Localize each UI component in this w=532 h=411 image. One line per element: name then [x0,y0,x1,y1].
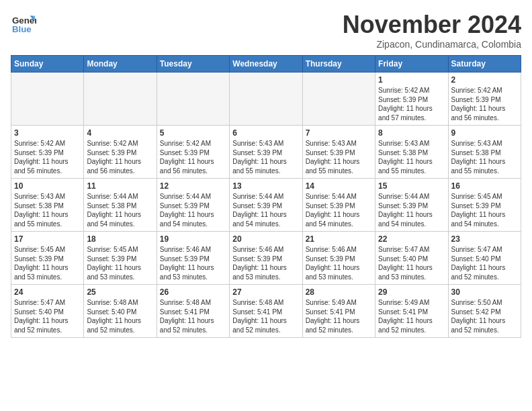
day-info: Sunrise: 5:50 AM Sunset: 5:42 PM Dayligh… [451,298,518,334]
day-info: Sunrise: 5:44 AM Sunset: 5:39 PM Dayligh… [160,192,226,228]
day-header-wednesday: Wednesday [230,56,302,73]
day-number: 2 [451,75,518,85]
day-number: 10 [14,181,81,191]
calendar-cell [302,73,375,126]
calendar-cell: 30Sunrise: 5:50 AM Sunset: 5:42 PM Dayli… [448,285,521,338]
day-info: Sunrise: 5:45 AM Sunset: 5:39 PM Dayligh… [451,192,518,228]
day-number: 9 [451,128,518,138]
calendar-cell: 15Sunrise: 5:44 AM Sunset: 5:39 PM Dayli… [375,179,448,232]
day-number: 14 [306,181,372,191]
day-header-tuesday: Tuesday [157,56,229,73]
day-headers-row: SundayMondayTuesdayWednesdayThursdayFrid… [11,56,521,73]
calendar-cell: 22Sunrise: 5:47 AM Sunset: 5:40 PM Dayli… [375,232,448,285]
calendar-cell: 2Sunrise: 5:42 AM Sunset: 5:39 PM Daylig… [448,73,521,126]
calendar-cell: 13Sunrise: 5:44 AM Sunset: 5:39 PM Dayli… [230,179,302,232]
day-info: Sunrise: 5:46 AM Sunset: 5:39 PM Dayligh… [306,245,372,281]
week-row-5: 24Sunrise: 5:47 AM Sunset: 5:40 PM Dayli… [11,285,521,338]
day-info: Sunrise: 5:47 AM Sunset: 5:40 PM Dayligh… [378,245,445,281]
day-number: 13 [232,181,299,191]
title-block: November 2024 Zipacon, Cundinamarca, Col… [343,11,521,50]
calendar-cell: 14Sunrise: 5:44 AM Sunset: 5:39 PM Dayli… [302,179,375,232]
day-info: Sunrise: 5:44 AM Sunset: 5:38 PM Dayligh… [87,192,153,228]
day-number: 12 [160,181,226,191]
day-info: Sunrise: 5:42 AM Sunset: 5:39 PM Dayligh… [451,86,518,122]
day-number: 22 [378,234,445,244]
calendar-cell [157,73,229,126]
day-header-sunday: Sunday [11,56,84,73]
day-header-friday: Friday [375,56,448,73]
day-number: 7 [306,128,372,138]
month-title: November 2024 [343,11,521,39]
calendar-cell: 19Sunrise: 5:46 AM Sunset: 5:39 PM Dayli… [157,232,229,285]
day-info: Sunrise: 5:45 AM Sunset: 5:39 PM Dayligh… [14,245,81,281]
day-info: Sunrise: 5:44 AM Sunset: 5:39 PM Dayligh… [232,192,299,228]
day-number: 27 [232,287,299,297]
week-row-3: 10Sunrise: 5:43 AM Sunset: 5:38 PM Dayli… [11,179,521,232]
day-header-saturday: Saturday [448,56,521,73]
day-header-thursday: Thursday [302,56,375,73]
day-number: 21 [306,234,372,244]
calendar-cell: 6Sunrise: 5:43 AM Sunset: 5:39 PM Daylig… [230,126,302,179]
calendar-cell: 24Sunrise: 5:47 AM Sunset: 5:40 PM Dayli… [11,285,84,338]
calendar-cell: 28Sunrise: 5:49 AM Sunset: 5:41 PM Dayli… [302,285,375,338]
calendar-cell: 10Sunrise: 5:43 AM Sunset: 5:38 PM Dayli… [11,179,84,232]
day-number: 25 [87,287,153,297]
logo: General Blue [11,11,36,36]
page-header: General Blue November 2024 Zipacon, Cund… [11,11,521,50]
day-info: Sunrise: 5:46 AM Sunset: 5:39 PM Dayligh… [232,245,299,281]
day-info: Sunrise: 5:48 AM Sunset: 5:40 PM Dayligh… [87,298,153,334]
day-number: 20 [232,234,299,244]
calendar-cell [230,73,302,126]
day-info: Sunrise: 5:49 AM Sunset: 5:41 PM Dayligh… [306,298,372,334]
day-info: Sunrise: 5:42 AM Sunset: 5:39 PM Dayligh… [160,139,226,175]
calendar-cell: 21Sunrise: 5:46 AM Sunset: 5:39 PM Dayli… [302,232,375,285]
day-info: Sunrise: 5:45 AM Sunset: 5:39 PM Dayligh… [87,245,153,281]
day-number: 30 [451,287,518,297]
day-number: 23 [451,234,518,244]
logo-icon: General Blue [11,11,36,36]
day-number: 15 [378,181,445,191]
day-info: Sunrise: 5:43 AM Sunset: 5:39 PM Dayligh… [232,139,299,175]
day-number: 6 [232,128,299,138]
calendar-cell: 29Sunrise: 5:49 AM Sunset: 5:41 PM Dayli… [375,285,448,338]
calendar-cell: 23Sunrise: 5:47 AM Sunset: 5:40 PM Dayli… [448,232,521,285]
calendar-cell: 17Sunrise: 5:45 AM Sunset: 5:39 PM Dayli… [11,232,84,285]
day-info: Sunrise: 5:43 AM Sunset: 5:39 PM Dayligh… [306,139,372,175]
day-header-monday: Monday [84,56,157,73]
day-number: 28 [306,287,372,297]
calendar-cell: 1Sunrise: 5:42 AM Sunset: 5:39 PM Daylig… [375,73,448,126]
day-number: 29 [378,287,445,297]
calendar-cell: 7Sunrise: 5:43 AM Sunset: 5:39 PM Daylig… [302,126,375,179]
day-number: 17 [14,234,81,244]
day-info: Sunrise: 5:48 AM Sunset: 5:41 PM Dayligh… [160,298,226,334]
day-info: Sunrise: 5:43 AM Sunset: 5:38 PM Dayligh… [451,139,518,175]
day-info: Sunrise: 5:47 AM Sunset: 5:40 PM Dayligh… [451,245,518,281]
day-info: Sunrise: 5:42 AM Sunset: 5:39 PM Dayligh… [14,139,81,175]
calendar-cell: 27Sunrise: 5:48 AM Sunset: 5:41 PM Dayli… [230,285,302,338]
calendar-cell: 25Sunrise: 5:48 AM Sunset: 5:40 PM Dayli… [84,285,157,338]
calendar-cell: 26Sunrise: 5:48 AM Sunset: 5:41 PM Dayli… [157,285,229,338]
calendar-cell: 11Sunrise: 5:44 AM Sunset: 5:38 PM Dayli… [84,179,157,232]
day-number: 1 [378,75,445,85]
day-info: Sunrise: 5:42 AM Sunset: 5:39 PM Dayligh… [378,86,445,122]
day-info: Sunrise: 5:42 AM Sunset: 5:39 PM Dayligh… [87,139,153,175]
week-row-4: 17Sunrise: 5:45 AM Sunset: 5:39 PM Dayli… [11,232,521,285]
day-number: 18 [87,234,153,244]
day-info: Sunrise: 5:48 AM Sunset: 5:41 PM Dayligh… [232,298,299,334]
day-number: 11 [87,181,153,191]
calendar-cell: 4Sunrise: 5:42 AM Sunset: 5:39 PM Daylig… [84,126,157,179]
calendar-cell: 3Sunrise: 5:42 AM Sunset: 5:39 PM Daylig… [11,126,84,179]
day-info: Sunrise: 5:47 AM Sunset: 5:40 PM Dayligh… [14,298,81,334]
day-info: Sunrise: 5:46 AM Sunset: 5:39 PM Dayligh… [160,245,226,281]
day-number: 16 [451,181,518,191]
day-info: Sunrise: 5:49 AM Sunset: 5:41 PM Dayligh… [378,298,445,334]
day-info: Sunrise: 5:43 AM Sunset: 5:38 PM Dayligh… [378,139,445,175]
calendar-cell: 9Sunrise: 5:43 AM Sunset: 5:38 PM Daylig… [448,126,521,179]
day-number: 26 [160,287,226,297]
week-row-1: 1Sunrise: 5:42 AM Sunset: 5:39 PM Daylig… [11,73,521,126]
day-number: 19 [160,234,226,244]
day-number: 4 [87,128,153,138]
calendar-cell [84,73,157,126]
calendar-cell: 12Sunrise: 5:44 AM Sunset: 5:39 PM Dayli… [157,179,229,232]
calendar-table: SundayMondayTuesdayWednesdayThursdayFrid… [11,55,521,338]
